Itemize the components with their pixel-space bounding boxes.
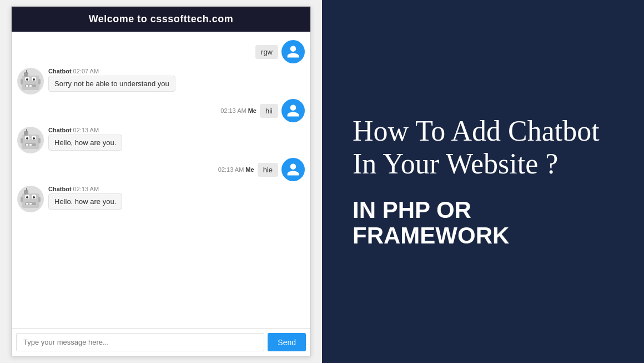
svg-point-18 — [33, 137, 35, 140]
chat-header-title: Welcome to csssofttech.com — [89, 13, 234, 24]
user-bubble-hie: hie — [258, 163, 278, 177]
svg-rect-1 — [24, 72, 28, 77]
bot-meta-1: Chatbot 02:07 AM — [48, 68, 175, 74]
svg-rect-34 — [21, 197, 23, 202]
bot-time-3: 02:13 AM — [73, 186, 99, 192]
message-bot-1: Chatbot 02:07 AM Sorry not be able to un… — [17, 68, 305, 95]
user-label-hie: Me — [245, 166, 254, 173]
bot-content-3: Chatbot 02:13 AM Hello. how are you. — [48, 186, 122, 210]
user-time-hii: 02:13 AM Me — [220, 107, 256, 114]
svg-point-29 — [26, 196, 28, 198]
bot-avatar-1 — [17, 68, 44, 95]
bot-time-2: 02:13 AM — [73, 127, 99, 133]
svg-rect-22 — [21, 138, 23, 143]
bot-avatar-3 — [17, 186, 44, 212]
bot-meta-3: Chatbot 02:13 AM — [48, 186, 122, 192]
svg-rect-35 — [38, 197, 41, 202]
svg-rect-10 — [21, 79, 23, 84]
bot-content-1: Chatbot 02:07 AM Sorry not be able to un… — [48, 68, 175, 92]
svg-rect-0 — [22, 76, 39, 90]
user-avatar-1 — [281, 40, 305, 63]
message-user-hii: 02:13 AM Me hii — [17, 99, 305, 122]
user-bubble-rgw: rgw — [255, 45, 278, 59]
chat-header: Welcome to csssofttech.com — [12, 7, 310, 32]
svg-rect-25 — [24, 190, 28, 195]
user-label-hii: Me — [248, 107, 256, 114]
message-input[interactable] — [16, 333, 264, 351]
svg-rect-33 — [29, 203, 32, 205]
user-time-hie: 02:13 AM Me — [218, 166, 254, 173]
bot-name-2: Chatbot — [48, 127, 72, 133]
message-user-hie: 02:13 AM Me hie — [17, 158, 305, 181]
user-avatar-3 — [281, 158, 305, 181]
chat-window: Welcome to csssofttech.com rgw — [11, 6, 311, 356]
bot-bubble-3: Hello. how are you. — [48, 193, 122, 210]
bot-name-3: Chatbot — [48, 186, 72, 192]
svg-rect-11 — [38, 79, 41, 84]
svg-rect-20 — [26, 144, 28, 146]
svg-rect-8 — [26, 85, 28, 87]
user-meta-hii: 02:13 AM Me — [220, 107, 256, 114]
svg-rect-26 — [26, 188, 27, 191]
user-avatar-2 — [281, 99, 305, 122]
message-bot-3: Chatbot 02:13 AM Hello. how are you. — [17, 186, 305, 212]
svg-point-6 — [33, 78, 35, 81]
user-bubble-hii: hii — [260, 104, 278, 118]
message-user-rgw: rgw — [17, 37, 305, 63]
bot-meta-2: Chatbot 02:13 AM — [48, 127, 122, 133]
svg-rect-14 — [26, 129, 27, 132]
right-title: How To Add Chatbot In Your Website ? — [353, 115, 613, 181]
svg-point-30 — [33, 196, 35, 198]
svg-rect-13 — [24, 131, 28, 136]
svg-point-17 — [26, 137, 28, 140]
svg-rect-21 — [29, 144, 32, 146]
bot-name-1: Chatbot — [48, 68, 72, 74]
bot-content-2: Chatbot 02:13 AM Hello, how are you. — [48, 127, 122, 151]
svg-rect-12 — [22, 135, 39, 149]
bot-bubble-1: Sorry not be able to understand you — [48, 76, 175, 92]
svg-rect-9 — [29, 85, 32, 87]
bot-bubble-2: Hello, how are you. — [48, 135, 122, 151]
svg-rect-24 — [22, 193, 39, 208]
svg-rect-2 — [26, 70, 27, 73]
right-panel: How To Add Chatbot In Your Website ? IN … — [322, 0, 644, 363]
send-button[interactable]: Send — [268, 333, 306, 351]
svg-rect-32 — [26, 203, 28, 205]
bot-time-1: 02:07 AM — [73, 68, 99, 74]
user-meta-hie: 02:13 AM Me — [218, 166, 254, 173]
chat-input-area: Send — [12, 328, 310, 356]
message-bot-2: Chatbot 02:13 AM Hello, how are you. — [17, 127, 305, 153]
bot-avatar-2 — [17, 127, 44, 153]
svg-rect-23 — [38, 138, 41, 143]
left-panel: Welcome to csssofttech.com rgw — [0, 0, 322, 363]
svg-point-5 — [26, 78, 28, 81]
right-subtitle: IN PHP OR FRAMEWORK — [353, 197, 613, 248]
chat-messages: rgw — [12, 32, 310, 328]
